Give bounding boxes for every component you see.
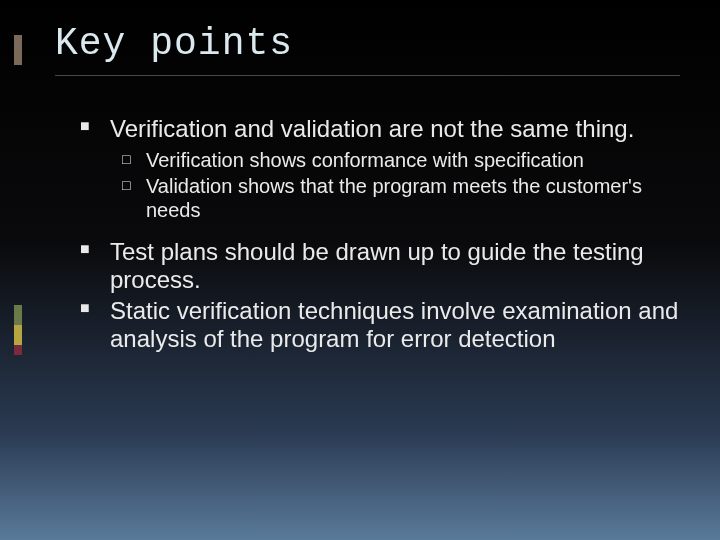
title-underline <box>55 75 680 76</box>
slide: Key points Verification and validation a… <box>0 0 720 540</box>
slide-body: Verification and validation are not the … <box>80 115 680 355</box>
bullet-level1: Test plans should be drawn up to guide t… <box>80 238 680 295</box>
slide-title: Key points <box>55 22 293 65</box>
bullet-text: Verification shows conformance with spec… <box>146 149 584 171</box>
bullet-level1: Static verification techniques involve e… <box>80 297 680 354</box>
bullet-text: Static verification techniques involve e… <box>110 297 678 352</box>
bullet-text: Test plans should be drawn up to guide t… <box>110 238 644 293</box>
sub-bullet-group: Verification shows conformance with spec… <box>122 149 680 222</box>
accent-segment <box>14 345 22 355</box>
bullet-level2: Validation shows that the program meets … <box>122 175 680 222</box>
bullet-text: Validation shows that the program meets … <box>146 175 642 221</box>
bullet-level2: Verification shows conformance with spec… <box>122 149 680 173</box>
bullet-level1: Verification and validation are not the … <box>80 115 680 143</box>
accent-segment <box>14 305 22 325</box>
left-accent-bar <box>0 0 22 540</box>
accent-segment <box>14 35 22 65</box>
accent-segment <box>14 325 22 345</box>
bullet-text: Verification and validation are not the … <box>110 115 634 142</box>
